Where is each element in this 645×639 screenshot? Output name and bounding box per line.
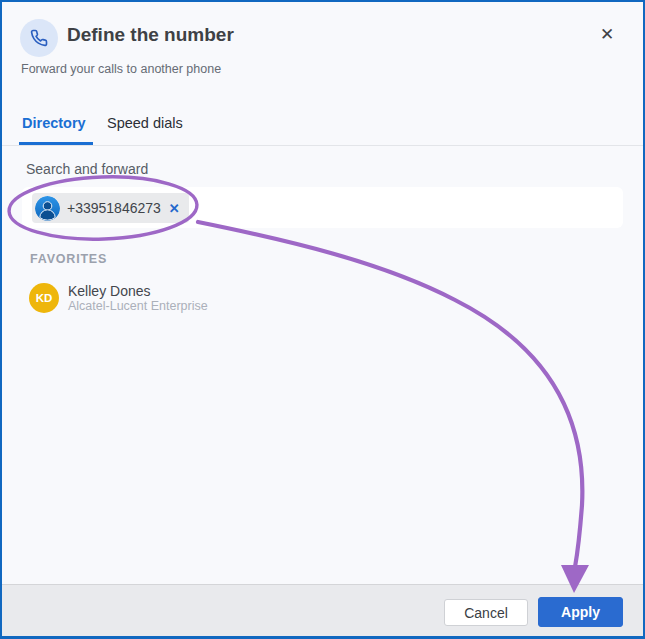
annotation-overlay [2,2,643,636]
cancel-button[interactable]: Cancel [444,599,528,626]
contact-text: Kelley Dones Alcatel-Lucent Enterprise [68,283,208,314]
favorites-header: FAVORITES [30,252,107,266]
annotation-arrow [198,222,582,567]
tab-bar: Directory Speed dials [2,112,643,146]
close-icon[interactable]: ✕ [594,22,620,48]
tab-speed-dials[interactable]: Speed dials [107,115,183,131]
selected-number-chip[interactable]: +33951846273 ✕ [32,193,189,223]
avatar: KD [29,283,59,313]
apply-button[interactable]: Apply [538,597,623,627]
remove-number-icon[interactable]: ✕ [169,202,180,215]
define-number-dialog: Define the number Forward your calls to … [2,2,643,636]
phone-icon-badge [20,19,58,57]
contact-avatar-icon [35,196,60,221]
contact-row-kelley-dones[interactable]: KD Kelley Dones Alcatel-Lucent Enterpris… [29,281,349,315]
contact-company: Alcatel-Lucent Enterprise [68,299,208,314]
search-and-forward-label: Search and forward [26,161,148,177]
dialog-subtitle: Forward your calls to another phone [21,62,221,76]
active-tab-underline [19,142,93,145]
contact-name: Kelley Dones [68,283,208,299]
search-input[interactable]: +33951846273 ✕ [22,187,623,228]
tab-directory[interactable]: Directory [22,115,86,131]
dialog-title: Define the number [67,24,234,46]
dialog-footer: Cancel Apply [2,584,643,636]
phone-icon [30,29,48,47]
dialog-frame: Define the number Forward your calls to … [0,0,645,639]
forward-number-value: +33951846273 [67,200,161,216]
